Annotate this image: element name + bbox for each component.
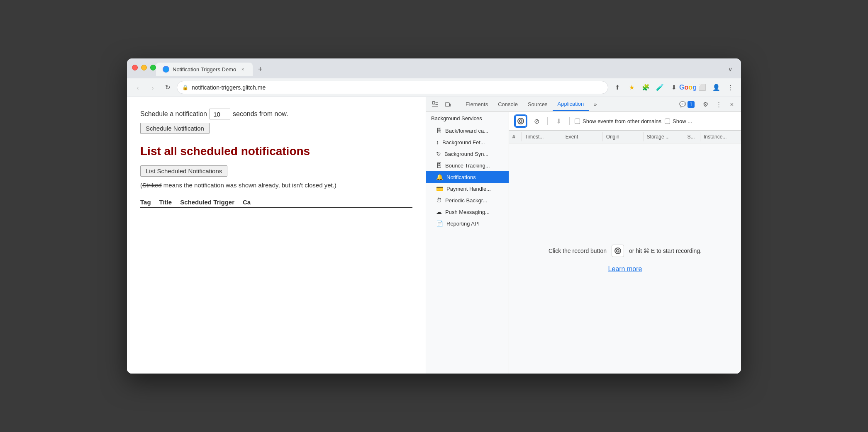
strikethrough-explanation: means the notification was shown already…	[163, 182, 336, 189]
tab-close-button[interactable]: ×	[239, 66, 246, 73]
list-notifications-button[interactable]: List Scheduled Notifications	[140, 165, 227, 177]
extensions-button[interactable]: 🧩	[640, 82, 651, 93]
tab-sources[interactable]: Sources	[523, 98, 553, 111]
payment-handler-icon: 💳	[436, 185, 443, 192]
sidebar-item-background-sync[interactable]: ↻ Background Syn...	[426, 148, 509, 160]
devtools-tabs-right: 💬 1 ⚙ ⋮ ×	[676, 99, 738, 110]
record-button[interactable]	[515, 115, 527, 127]
minimize-window-button[interactable]	[141, 65, 147, 70]
title-bar: 🌐 Notification Triggers Demo × + ∨	[127, 58, 741, 78]
lab-button[interactable]: 🧪	[654, 82, 666, 93]
browser-more-button[interactable]: ⋮	[724, 82, 736, 93]
download-button[interactable]: ⬇	[668, 82, 680, 93]
schedule-text-after: seconds from now.	[233, 110, 288, 118]
devtools-tabs: Elements Console Sources Application » 💬…	[426, 97, 741, 112]
devtools-badge[interactable]: 💬 1	[676, 100, 698, 109]
col-ca: Ca	[243, 199, 251, 206]
download-events-button[interactable]: ⬇	[553, 115, 564, 127]
show-other-domains-label: Show events from other domains	[583, 118, 661, 124]
toolbar-divider-2	[569, 117, 570, 125]
sidebar-label-backforward: Back/forward ca...	[445, 128, 488, 134]
sidebar-label-reporting-api: Reporting API	[446, 221, 480, 227]
traffic-lights	[132, 65, 156, 70]
badge-count: 1	[688, 101, 695, 108]
sidebar-toggle-button[interactable]: ⬜	[696, 82, 708, 93]
browser-toolbar: ‹ › ↻ 🔒 notification-triggers.glitch.me …	[127, 78, 741, 97]
schedule-description: Schedule a notification seconds from now…	[140, 109, 412, 119]
new-tab-button[interactable]: +	[254, 63, 266, 75]
col-timestamp: Timest...	[522, 132, 562, 141]
col-scheduled-trigger: Scheduled Trigger	[180, 199, 234, 206]
sidebar-label-push-messaging: Push Messaging...	[445, 209, 490, 215]
devtools-more-button[interactable]: ⋮	[713, 99, 724, 110]
clear-button[interactable]: ⊘	[531, 115, 542, 127]
forward-button[interactable]: ›	[147, 82, 158, 93]
show-other-domains-checkbox[interactable]	[575, 119, 580, 124]
sidebar-label-notifications: Notifications	[446, 174, 476, 180]
tab-expand-button[interactable]: ∨	[724, 63, 736, 75]
tab-application[interactable]: Application	[553, 97, 589, 111]
back-button[interactable]: ‹	[132, 82, 144, 93]
sidebar-item-background-fetch[interactable]: ↕ Background Fet...	[426, 136, 509, 148]
schedule-section: Schedule a notification seconds from now…	[140, 109, 412, 134]
devtools-panel: Elements Console Sources Application » 💬…	[426, 97, 741, 374]
devtools-inspect-icon[interactable]	[429, 99, 441, 110]
schedule-text-before: Schedule a notification	[140, 110, 207, 118]
sidebar-item-bounce-tracking[interactable]: 🗄 Bounce Tracking...	[426, 160, 509, 171]
col-storage: Storage ...	[644, 132, 684, 141]
background-sync-icon: ↻	[436, 150, 441, 157]
empty-state-record-icon	[612, 245, 624, 257]
tab-favicon: 🌐	[163, 66, 169, 73]
sidebar-item-payment-handler[interactable]: 💳 Payment Handle...	[426, 183, 509, 194]
show-more-label: Show ...	[673, 118, 692, 124]
sidebar-item-backforward[interactable]: 🗄 Back/forward ca...	[426, 125, 509, 136]
empty-state-record-inner	[616, 249, 619, 252]
svg-rect-2	[449, 104, 451, 106]
browser-window: 🌐 Notification Triggers Demo × + ∨ ‹ › ↻…	[127, 58, 741, 374]
active-tab[interactable]: 🌐 Notification Triggers Demo ×	[156, 63, 253, 76]
webpage-content: Schedule a notification seconds from now…	[127, 97, 426, 374]
sidebar-label-background-sync: Background Syn...	[444, 151, 488, 157]
bounce-tracking-icon: 🗄	[436, 162, 442, 169]
browser-tabs: 🌐 Notification Triggers Demo × +	[156, 63, 266, 76]
show-other-domains-checkbox-group: Show events from other domains	[575, 118, 661, 124]
toolbar-divider	[547, 117, 548, 125]
schedule-seconds-input[interactable]	[210, 109, 230, 119]
devtools-responsive-icon[interactable]	[442, 99, 454, 110]
sidebar-label-payment-handler: Payment Handle...	[446, 186, 491, 192]
bookmark-button[interactable]: ★	[626, 82, 637, 93]
empty-state-text: Click the record button or hit ⌘ E to st…	[549, 245, 702, 257]
devtools-main-panel: ⊘ ⬇ Show events from other domains Sho	[509, 112, 741, 374]
share-button[interactable]: ⬆	[612, 82, 623, 93]
empty-state-record-circle	[614, 248, 621, 254]
address-bar[interactable]: 🔒 notification-triggers.glitch.me	[177, 81, 608, 94]
url-text: notification-triggers.glitch.me	[192, 84, 603, 91]
devtools-close-button[interactable]: ×	[726, 99, 738, 110]
col-s: S...	[684, 132, 700, 141]
sidebar-item-reporting-api[interactable]: 📄 Reporting API	[426, 218, 509, 229]
show-more-checkbox[interactable]	[665, 119, 670, 124]
strikethrough-word: Striked	[142, 182, 162, 189]
col-event: Event	[562, 132, 603, 141]
filter-row: Show events from other domains Show ...	[575, 118, 736, 124]
sidebar-item-push-messaging[interactable]: ☁ Push Messaging...	[426, 206, 509, 218]
learn-more-link[interactable]: Learn more	[608, 265, 642, 273]
tab-title: Notification Triggers Demo	[173, 66, 236, 73]
sidebar-item-notifications[interactable]: 🔔 Notifications	[426, 171, 509, 183]
profile-button[interactable]: 👤	[710, 82, 722, 93]
devtools-table-header: # Timest... Event Origin Storage ... S..…	[509, 131, 741, 143]
tab-more[interactable]: »	[589, 98, 602, 111]
col-tag: Tag	[140, 199, 151, 206]
tab-elements[interactable]: Elements	[461, 98, 493, 111]
sidebar-item-periodic-background[interactable]: ⏱ Periodic Backgr...	[426, 194, 509, 206]
devtools-settings-button[interactable]: ⚙	[700, 99, 711, 110]
google-button[interactable]: Goog	[682, 82, 694, 93]
close-window-button[interactable]	[132, 65, 138, 70]
svg-rect-1	[445, 103, 449, 106]
schedule-notification-button[interactable]: Schedule Notification	[140, 123, 210, 134]
record-button-highlighted[interactable]	[514, 114, 527, 128]
sidebar-label-periodic-background: Periodic Backgr...	[445, 197, 487, 204]
tab-console[interactable]: Console	[493, 98, 523, 111]
refresh-button[interactable]: ↻	[162, 82, 173, 93]
maximize-window-button[interactable]	[150, 65, 156, 70]
